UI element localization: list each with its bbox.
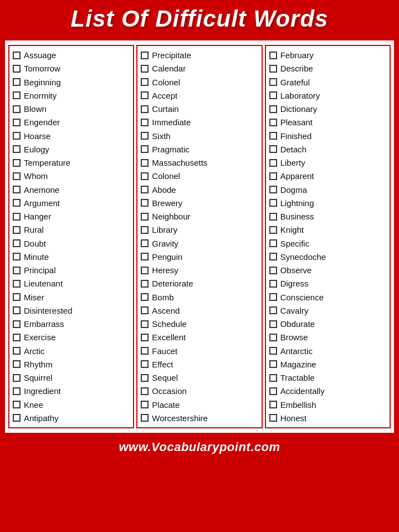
list-item[interactable]: Immediate bbox=[141, 116, 258, 129]
list-item[interactable]: Accept bbox=[141, 89, 258, 102]
list-item[interactable]: Enormity bbox=[13, 89, 130, 102]
checkbox-icon[interactable] bbox=[13, 105, 21, 113]
checkbox-icon[interactable] bbox=[13, 387, 21, 395]
checkbox-icon[interactable] bbox=[13, 293, 21, 301]
list-item[interactable]: Knee bbox=[13, 398, 130, 411]
list-item[interactable]: Dictionary bbox=[269, 103, 386, 115]
checkbox-icon[interactable] bbox=[13, 145, 21, 153]
checkbox-icon[interactable] bbox=[13, 159, 21, 167]
checkbox-icon[interactable] bbox=[13, 78, 21, 86]
list-item[interactable]: Ingredient bbox=[13, 385, 130, 397]
list-item[interactable]: Business bbox=[269, 210, 386, 223]
list-item[interactable]: Tractable bbox=[269, 371, 386, 384]
list-item[interactable]: Obdurate bbox=[269, 318, 386, 330]
checkbox-icon[interactable] bbox=[141, 52, 149, 59]
checkbox-icon[interactable] bbox=[13, 280, 21, 288]
checkbox-icon[interactable] bbox=[13, 414, 21, 422]
list-item[interactable]: Deteriorate bbox=[141, 277, 258, 290]
list-item[interactable]: Assuage bbox=[13, 49, 130, 62]
checkbox-icon[interactable] bbox=[13, 253, 21, 260]
checkbox-icon[interactable] bbox=[141, 65, 149, 73]
list-item[interactable]: Rhythm bbox=[13, 358, 130, 371]
checkbox-icon[interactable] bbox=[141, 91, 149, 99]
checkbox-icon[interactable] bbox=[269, 239, 277, 247]
list-item[interactable]: Magazine bbox=[269, 358, 386, 371]
list-item[interactable]: February bbox=[269, 49, 386, 62]
checkbox-icon[interactable] bbox=[141, 401, 149, 408]
checkbox-icon[interactable] bbox=[141, 199, 149, 207]
checkbox-icon[interactable] bbox=[141, 347, 149, 355]
list-item[interactable]: Synecdoche bbox=[269, 250, 386, 263]
checkbox-icon[interactable] bbox=[269, 320, 277, 328]
list-item[interactable]: Hoarse bbox=[13, 130, 130, 142]
list-item[interactable]: Sequel bbox=[141, 371, 258, 384]
checkbox-icon[interactable] bbox=[13, 226, 21, 234]
checkbox-icon[interactable] bbox=[13, 132, 21, 140]
checkbox-icon[interactable] bbox=[269, 334, 277, 341]
list-item[interactable]: Grateful bbox=[269, 76, 386, 89]
checkbox-icon[interactable] bbox=[141, 239, 149, 247]
list-item[interactable]: Precipitate bbox=[141, 49, 258, 62]
checkbox-icon[interactable] bbox=[269, 253, 277, 260]
list-item[interactable]: Neighbour bbox=[141, 210, 258, 223]
list-item[interactable]: Arctic bbox=[13, 345, 130, 357]
checkbox-icon[interactable] bbox=[141, 280, 149, 288]
list-item[interactable]: Calendar bbox=[141, 62, 258, 75]
list-item[interactable]: Effect bbox=[141, 358, 258, 371]
list-item[interactable]: Eulogy bbox=[13, 143, 130, 156]
checkbox-icon[interactable] bbox=[269, 159, 277, 167]
checkbox-icon[interactable] bbox=[269, 374, 277, 382]
checkbox-icon[interactable] bbox=[269, 306, 277, 314]
list-item[interactable]: Squirrel bbox=[13, 371, 130, 384]
checkbox-icon[interactable] bbox=[141, 306, 149, 314]
checkbox-icon[interactable] bbox=[13, 213, 21, 221]
checkbox-icon[interactable] bbox=[13, 172, 21, 180]
list-item[interactable]: Liberty bbox=[269, 156, 386, 169]
list-item[interactable]: Worcestershire bbox=[141, 412, 258, 424]
checkbox-icon[interactable] bbox=[269, 145, 277, 153]
list-item[interactable]: Embellish bbox=[269, 398, 386, 411]
list-item[interactable]: Beginning bbox=[13, 76, 130, 89]
list-item[interactable]: Faucet bbox=[141, 345, 258, 357]
checkbox-icon[interactable] bbox=[269, 414, 277, 422]
list-item[interactable]: Library bbox=[141, 223, 258, 236]
checkbox-icon[interactable] bbox=[141, 172, 149, 180]
list-item[interactable]: Antipathy bbox=[13, 412, 130, 424]
list-item[interactable]: Sixth bbox=[141, 130, 258, 142]
checkbox-icon[interactable] bbox=[141, 374, 149, 382]
list-item[interactable]: Brewery bbox=[141, 197, 258, 209]
list-item[interactable]: Miser bbox=[13, 291, 130, 304]
list-item[interactable]: Ascend bbox=[141, 304, 258, 317]
list-item[interactable]: Observe bbox=[269, 264, 386, 277]
list-item[interactable]: Lightning bbox=[269, 197, 386, 209]
checkbox-icon[interactable] bbox=[141, 78, 149, 86]
checkbox-icon[interactable] bbox=[13, 239, 21, 247]
list-item[interactable]: Minute bbox=[13, 250, 130, 263]
list-item[interactable]: Disinterested bbox=[13, 304, 130, 317]
list-item[interactable]: Whom bbox=[13, 170, 130, 182]
list-item[interactable]: Lieutenant bbox=[13, 277, 130, 290]
list-item[interactable]: Engender bbox=[13, 116, 130, 129]
checkbox-icon[interactable] bbox=[269, 280, 277, 288]
list-item[interactable]: Accidentally bbox=[269, 385, 386, 397]
checkbox-icon[interactable] bbox=[269, 91, 277, 99]
checkbox-icon[interactable] bbox=[269, 267, 277, 274]
list-item[interactable]: Antarctic bbox=[269, 345, 386, 357]
checkbox-icon[interactable] bbox=[269, 213, 277, 221]
checkbox-icon[interactable] bbox=[141, 226, 149, 234]
checkbox-icon[interactable] bbox=[13, 320, 21, 328]
list-item[interactable]: Tomorrow bbox=[13, 62, 130, 75]
list-item[interactable]: Embarrass bbox=[13, 318, 130, 330]
list-item[interactable]: Excellent bbox=[141, 331, 258, 344]
checkbox-icon[interactable] bbox=[13, 267, 21, 274]
list-item[interactable]: Laboratory bbox=[269, 89, 386, 102]
checkbox-icon[interactable] bbox=[141, 186, 149, 193]
list-item[interactable]: Schedule bbox=[141, 318, 258, 330]
checkbox-icon[interactable] bbox=[141, 105, 149, 113]
checkbox-icon[interactable] bbox=[269, 186, 277, 193]
list-item[interactable]: Gravity bbox=[141, 237, 258, 250]
checkbox-icon[interactable] bbox=[269, 293, 277, 301]
checkbox-icon[interactable] bbox=[269, 401, 277, 408]
list-item[interactable]: Occasion bbox=[141, 385, 258, 397]
list-item[interactable]: Doubt bbox=[13, 237, 130, 250]
